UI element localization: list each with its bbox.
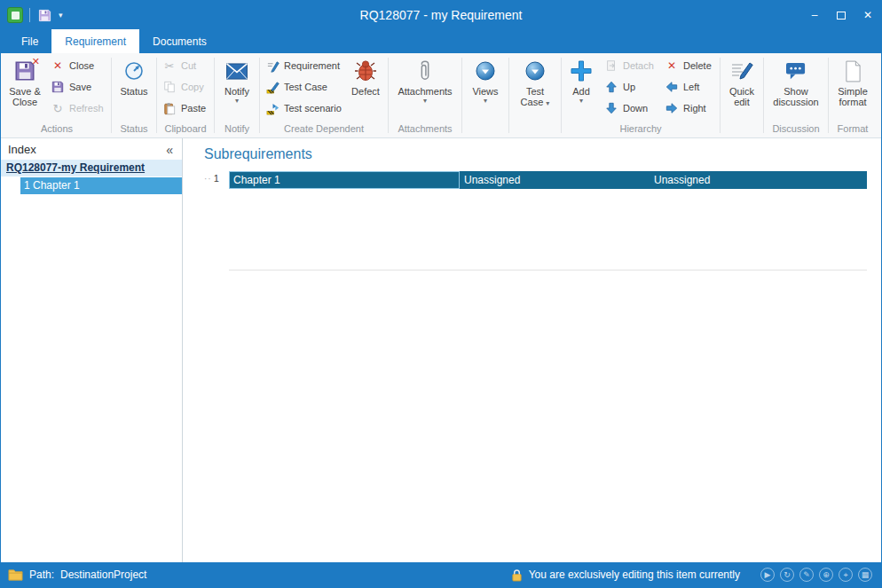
show-discussion-button[interactable]: Show discussion [766, 55, 826, 122]
up-button[interactable]: Up [600, 76, 660, 98]
path-label: Path: [29, 568, 54, 581]
copy-icon [162, 80, 177, 94]
test-case-views-icon [524, 59, 546, 83]
tree-connector: ·· [204, 174, 212, 184]
maximize-icon [837, 12, 846, 20]
group-label-discussion: Discussion [765, 123, 827, 137]
grid-icon[interactable]: ▦ [858, 568, 872, 582]
notify-button[interactable]: Notify ▾ [216, 55, 258, 122]
ribbon-separator [461, 58, 462, 133]
ribbon-group-notify: Notify ▾ Notify [216, 53, 258, 137]
status-button[interactable]: Status [113, 55, 155, 122]
attachments-label: Attachments [398, 86, 452, 97]
minimize-button[interactable]: – [801, 1, 828, 29]
cell-name[interactable]: Chapter 1 [229, 171, 460, 189]
paste-button[interactable]: Paste [158, 98, 213, 119]
left-button[interactable]: Left [660, 76, 717, 98]
quick-access-toolbar: ▾ [1, 7, 63, 23]
save-button[interactable]: Save [46, 76, 106, 98]
cut-button[interactable]: ✂ Cut [158, 55, 213, 76]
create-test-scenario-button[interactable]: Test scenario [261, 98, 346, 119]
create-defect-button[interactable]: Defect [346, 55, 385, 122]
right-button[interactable]: Right [660, 98, 717, 119]
test-scenario-icon [265, 101, 280, 115]
app-icon [7, 7, 23, 23]
quick-access-dropdown-icon[interactable]: ▾ [59, 11, 63, 20]
test-case-views-button[interactable]: Test Case ▾ [510, 55, 560, 122]
ribbon-separator [508, 58, 509, 133]
ribbon-group-views: Views ▾ [463, 53, 508, 137]
edit-icon[interactable]: ✎ [799, 568, 814, 582]
create-test-case-label: Test Case [284, 82, 327, 92]
detach-icon [604, 59, 618, 73]
group-label-actions: Actions [4, 123, 110, 137]
close-window-button[interactable]: ✕ [854, 1, 881, 29]
history-icon[interactable]: ↻ [780, 568, 794, 582]
create-test-case-button[interactable]: Test Case [261, 76, 346, 98]
ribbon-group-hierarchy: Add ▾ Detach Up [563, 53, 719, 137]
titlebar: ▾ RQ128077 - my Requirement – ✕ [1, 1, 881, 29]
refresh-button[interactable]: ↻ Refresh [46, 98, 106, 119]
tree-item-requirement-root[interactable]: RQ128077-my Requirement [1, 160, 182, 176]
subrequirement-row[interactable]: Chapter 1 Unassigned Unassigned [229, 171, 867, 189]
cell-assignment-2[interactable]: Unassigned [650, 171, 867, 189]
tab-file[interactable]: File [8, 29, 51, 53]
ribbon-group-format: Simple format Format [830, 53, 876, 137]
detach-label: Detach [623, 60, 654, 71]
save-icon [51, 80, 65, 94]
add-icon[interactable]: ⊕ [819, 568, 833, 582]
cell-assignment-1[interactable]: Unassigned [460, 171, 650, 189]
up-arrow-icon [604, 80, 618, 94]
copy-button[interactable]: Copy [158, 76, 213, 98]
window-title: RQ128077 - my Requirement [1, 8, 881, 22]
paperclip-icon [415, 59, 435, 83]
attachments-dropdown-icon: ▾ [423, 98, 427, 105]
group-label-clipboard: Clipboard [158, 123, 213, 137]
tab-requirement[interactable]: Requirement [51, 29, 139, 53]
defect-label: Defect [351, 86, 380, 97]
up-label: Up [623, 82, 635, 92]
maximize-button[interactable] [828, 1, 854, 29]
status-label: Status [120, 86, 147, 97]
views-button[interactable]: Views ▾ [463, 55, 508, 122]
add-dropdown-icon: ▾ [579, 98, 583, 105]
index-panel-title: Index [8, 143, 36, 156]
notify-icon [225, 59, 248, 83]
close-button[interactable]: ✕ Close [46, 55, 106, 76]
statusbar: Path: DestinationProject You are exclusi… [1, 562, 881, 587]
add-button[interactable]: Add ▾ [563, 55, 600, 122]
simple-format-button[interactable]: Simple format [830, 55, 876, 122]
ribbon-separator [388, 58, 389, 133]
views-icon [475, 59, 496, 83]
ribbon-group-attachments: Attachments ▾ Attachments [390, 53, 461, 137]
group-label-hierarchy: Hierarchy [563, 123, 719, 137]
ribbon-separator [111, 58, 112, 133]
cut-label: Cut [181, 60, 196, 71]
attachments-button[interactable]: Attachments ▾ [390, 55, 460, 122]
delete-button[interactable]: ✕ Delete [660, 55, 717, 76]
target-icon[interactable]: ⌖ [839, 568, 853, 582]
down-button[interactable]: Down [600, 98, 660, 119]
ribbon: ✕ Save & Close ✕ Close Save [1, 53, 881, 138]
quick-edit-button[interactable]: Quick edit [721, 55, 762, 122]
notify-label: Notify [224, 86, 249, 97]
left-label: Left [683, 82, 699, 92]
lock-icon [511, 568, 523, 582]
ribbon-tabs: File Requirement Documents [1, 29, 881, 53]
index-panel: Index « RQ128077-my Requirement 1 Chapte… [1, 138, 183, 562]
ribbon-group-actions: ✕ Save & Close ✕ Close Save [4, 53, 110, 137]
save-and-close-label: Save & Close [4, 86, 46, 107]
ribbon-separator [561, 58, 562, 133]
right-arrow-icon [665, 101, 679, 115]
down-arrow-icon [604, 101, 618, 115]
tree-item-chapter-1[interactable]: 1 Chapter 1 [20, 177, 182, 194]
save-and-close-button[interactable]: ✕ Save & Close [4, 55, 46, 122]
create-requirement-button[interactable]: Requirement [261, 55, 346, 76]
collapse-panel-icon[interactable]: « [166, 144, 173, 156]
quick-save-icon[interactable] [36, 7, 52, 23]
play-icon[interactable]: ▶ [760, 568, 775, 582]
detach-button[interactable]: Detach [600, 55, 660, 76]
tab-documents[interactable]: Documents [139, 29, 220, 53]
copy-label: Copy [181, 82, 204, 92]
folder-icon [8, 568, 23, 581]
